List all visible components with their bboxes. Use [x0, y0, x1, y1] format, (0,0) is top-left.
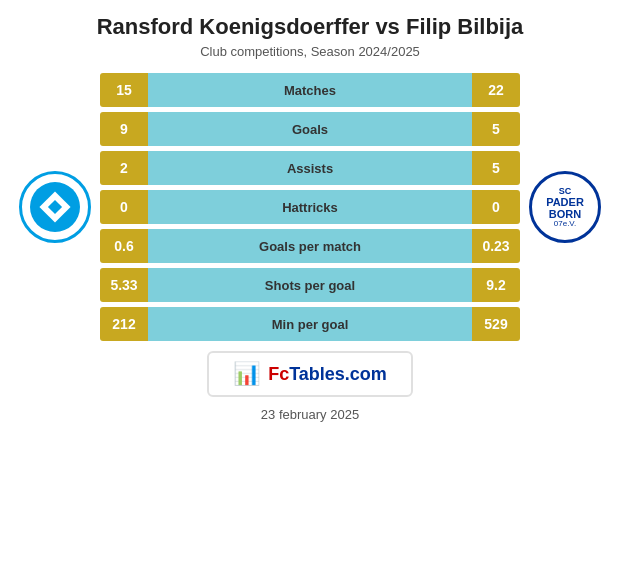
main-area: 15Matches229Goals52Assists50Hattricks00.…: [0, 65, 620, 341]
hsv-inner: [30, 182, 80, 232]
stat-label: Shots per goal: [148, 268, 472, 302]
stats-container: 15Matches229Goals52Assists50Hattricks00.…: [100, 73, 520, 341]
stat-label: Goals: [148, 112, 472, 146]
right-club-logo: SC PADERBORN 07e.V.: [520, 171, 610, 243]
stat-value-right: 9.2: [472, 268, 520, 302]
paderborn-name: PADERBORN: [546, 196, 584, 220]
stat-label: Matches: [148, 73, 472, 107]
paderborn-logo: SC PADERBORN 07e.V.: [529, 171, 601, 243]
footer-date: 23 february 2025: [0, 407, 620, 422]
stat-value-right: 529: [472, 307, 520, 341]
fctables-box: 📊 FcTables.com: [207, 351, 413, 397]
subtitle: Club competitions, Season 2024/2025: [20, 44, 600, 59]
stat-label: Hattricks: [148, 190, 472, 224]
stat-value-left: 212: [100, 307, 148, 341]
stat-label: Min per goal: [148, 307, 472, 341]
stat-value-right: 0: [472, 190, 520, 224]
stat-row: 0.6Goals per match0.23: [100, 229, 520, 263]
fctables-area: 📊 FcTables.com: [0, 351, 620, 397]
stat-row: 212Min per goal529: [100, 307, 520, 341]
stat-value-left: 9: [100, 112, 148, 146]
stat-value-left: 0: [100, 190, 148, 224]
stat-value-right: 0.23: [472, 229, 520, 263]
stat-row: 0Hattricks0: [100, 190, 520, 224]
left-club-logo: [10, 171, 100, 243]
stat-label: Assists: [148, 151, 472, 185]
paderborn-sc: SC: [559, 187, 572, 196]
page-wrapper: Ransford Koenigsdoerffer vs Filip Bilbij…: [0, 0, 620, 580]
stat-value-right: 5: [472, 151, 520, 185]
stat-value-right: 22: [472, 73, 520, 107]
stat-value-left: 5.33: [100, 268, 148, 302]
header: Ransford Koenigsdoerffer vs Filip Bilbij…: [0, 0, 620, 65]
page-title: Ransford Koenigsdoerffer vs Filip Bilbij…: [20, 14, 600, 40]
hsv-logo: [19, 171, 91, 243]
stat-value-right: 5: [472, 112, 520, 146]
hsv-diamond: [39, 192, 70, 223]
fctables-icon: 📊: [233, 361, 260, 387]
hsv-diamond-inner: [48, 200, 62, 214]
stat-label: Goals per match: [148, 229, 472, 263]
stat-row: 9Goals5: [100, 112, 520, 146]
stat-row: 5.33Shots per goal9.2: [100, 268, 520, 302]
stat-row: 15Matches22: [100, 73, 520, 107]
fctables-text: FcTables.com: [268, 364, 387, 385]
paderborn-year: 07e.V.: [554, 220, 576, 228]
stat-value-left: 2: [100, 151, 148, 185]
stat-value-left: 0.6: [100, 229, 148, 263]
stat-value-left: 15: [100, 73, 148, 107]
stat-row: 2Assists5: [100, 151, 520, 185]
